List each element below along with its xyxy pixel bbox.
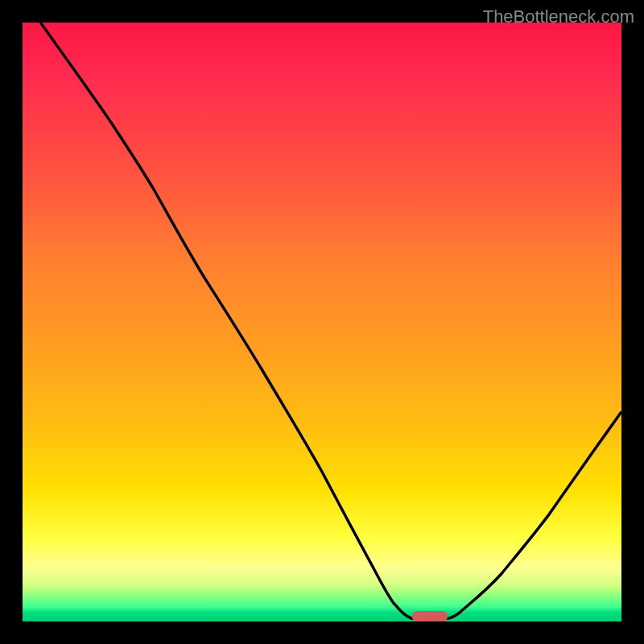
optimal-zone-marker <box>412 611 448 621</box>
chart-area <box>23 23 621 621</box>
watermark-text: TheBottleneck.com <box>483 6 634 27</box>
bottleneck-curve <box>23 23 621 621</box>
